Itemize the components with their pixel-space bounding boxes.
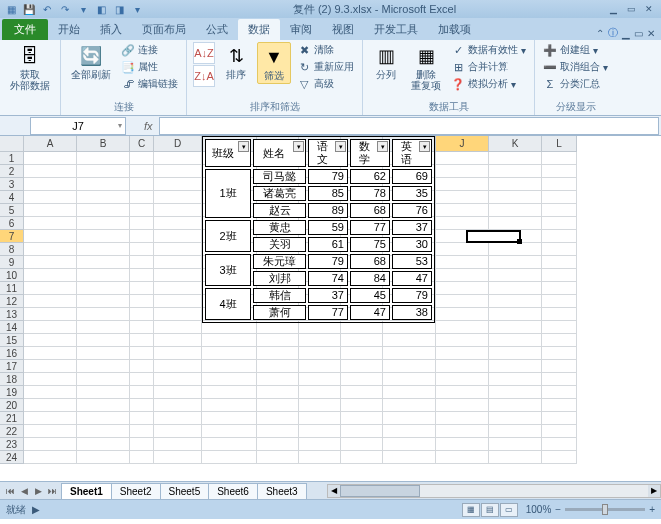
cell-A16[interactable] <box>24 347 77 360</box>
cell-K2[interactable] <box>489 165 542 178</box>
ungroup-button[interactable]: ➖取消组合 ▾ <box>541 59 610 75</box>
cell-D23[interactable] <box>154 438 202 451</box>
sheet-tab-Sheet2[interactable]: Sheet2 <box>111 483 161 499</box>
cell-B20[interactable] <box>77 399 130 412</box>
table-cell[interactable]: 黄忠 <box>253 220 306 235</box>
cell-B10[interactable] <box>77 269 130 282</box>
zoom-slider[interactable] <box>565 508 645 511</box>
cell-G20[interactable] <box>299 399 341 412</box>
table-cell[interactable]: 47 <box>350 305 390 320</box>
tab-review[interactable]: 审阅 <box>280 19 322 40</box>
cell-F24[interactable] <box>257 451 299 464</box>
page-layout-button[interactable]: ▤ <box>481 503 499 517</box>
cell-G16[interactable] <box>299 347 341 360</box>
cell-A6[interactable] <box>24 217 77 230</box>
cell-A15[interactable] <box>24 334 77 347</box>
cell-A1[interactable] <box>24 152 77 165</box>
undo-icon[interactable]: ↶ <box>40 2 54 16</box>
cell-K21[interactable] <box>489 412 542 425</box>
cell-H21[interactable] <box>341 412 383 425</box>
group-button[interactable]: ➕创建组 ▾ <box>541 42 610 58</box>
qat-icon-3[interactable]: ▾ <box>130 2 144 16</box>
edit-links-button[interactable]: 🖇编辑链接 <box>119 76 180 92</box>
cell-A3[interactable] <box>24 178 77 191</box>
cell-C21[interactable] <box>130 412 154 425</box>
cell-H22[interactable] <box>341 425 383 438</box>
col-header-C[interactable]: C <box>130 136 154 152</box>
qat-icon-2[interactable]: ◨ <box>112 2 126 16</box>
col-header-B[interactable]: B <box>77 136 130 152</box>
row-header-18[interactable]: 18 <box>0 373 24 386</box>
cell-D15[interactable] <box>154 334 202 347</box>
cell-A9[interactable] <box>24 256 77 269</box>
cell-C5[interactable] <box>130 204 154 217</box>
cell-E16[interactable] <box>202 347 257 360</box>
cell-L23[interactable] <box>542 438 577 451</box>
cell-C17[interactable] <box>130 360 154 373</box>
sheet-tab-Sheet3[interactable]: Sheet3 <box>257 483 307 499</box>
cell-E23[interactable] <box>202 438 257 451</box>
cell-C6[interactable] <box>130 217 154 230</box>
cell-L18[interactable] <box>542 373 577 386</box>
cell-K9[interactable] <box>489 256 542 269</box>
row-header-19[interactable]: 19 <box>0 386 24 399</box>
cell-C23[interactable] <box>130 438 154 451</box>
cell-B1[interactable] <box>77 152 130 165</box>
cell-B14[interactable] <box>77 321 130 334</box>
cell-A23[interactable] <box>24 438 77 451</box>
cell-D18[interactable] <box>154 373 202 386</box>
table-header[interactable]: 数学▾ <box>350 139 390 167</box>
cell-I18[interactable] <box>383 373 436 386</box>
cell-D5[interactable] <box>154 204 202 217</box>
cell-D8[interactable] <box>154 243 202 256</box>
cell-J2[interactable] <box>436 165 489 178</box>
cell-D9[interactable] <box>154 256 202 269</box>
horizontal-scrollbar[interactable]: ◀ ▶ <box>327 484 661 498</box>
formula-bar[interactable] <box>159 117 659 135</box>
cell-I20[interactable] <box>383 399 436 412</box>
cell-D20[interactable] <box>154 399 202 412</box>
cell-J14[interactable] <box>436 321 489 334</box>
table-cell[interactable]: 79 <box>308 169 348 184</box>
cell-C22[interactable] <box>130 425 154 438</box>
table-cell[interactable]: 59 <box>308 220 348 235</box>
cell-G24[interactable] <box>299 451 341 464</box>
filter-dropdown-icon[interactable]: ▾ <box>238 141 249 152</box>
tab-data[interactable]: 数据 <box>238 19 280 40</box>
help-icon[interactable]: ⓘ <box>608 26 618 40</box>
table-cell[interactable]: 37 <box>392 220 432 235</box>
cell-K24[interactable] <box>489 451 542 464</box>
ribbon-minimize-icon[interactable]: ⌃ <box>596 28 604 39</box>
filter-dropdown-icon[interactable]: ▾ <box>419 141 430 152</box>
cell-C8[interactable] <box>130 243 154 256</box>
page-break-button[interactable]: ▭ <box>500 503 518 517</box>
cell-K13[interactable] <box>489 308 542 321</box>
table-cell[interactable]: 84 <box>350 271 390 286</box>
cell-A20[interactable] <box>24 399 77 412</box>
cell-K20[interactable] <box>489 399 542 412</box>
cell-D24[interactable] <box>154 451 202 464</box>
table-cell[interactable]: 68 <box>350 254 390 269</box>
table-cell[interactable]: 37 <box>308 288 348 303</box>
cell-J17[interactable] <box>436 360 489 373</box>
cell-B21[interactable] <box>77 412 130 425</box>
cell-I21[interactable] <box>383 412 436 425</box>
cell-D12[interactable] <box>154 295 202 308</box>
cell-G22[interactable] <box>299 425 341 438</box>
table-header[interactable]: 班级▾ <box>205 139 251 167</box>
cell-A19[interactable] <box>24 386 77 399</box>
table-header[interactable]: 语文▾ <box>308 139 348 167</box>
cell-L2[interactable] <box>542 165 577 178</box>
cell-C19[interactable] <box>130 386 154 399</box>
cell-I17[interactable] <box>383 360 436 373</box>
scroll-right-arrow[interactable]: ▶ <box>648 485 660 497</box>
cell-B17[interactable] <box>77 360 130 373</box>
cell-C11[interactable] <box>130 282 154 295</box>
cell-B24[interactable] <box>77 451 130 464</box>
cell-K17[interactable] <box>489 360 542 373</box>
cell-K11[interactable] <box>489 282 542 295</box>
cell-L15[interactable] <box>542 334 577 347</box>
cell-D11[interactable] <box>154 282 202 295</box>
tab-addin[interactable]: 加载项 <box>428 19 481 40</box>
row-header-24[interactable]: 24 <box>0 451 24 464</box>
